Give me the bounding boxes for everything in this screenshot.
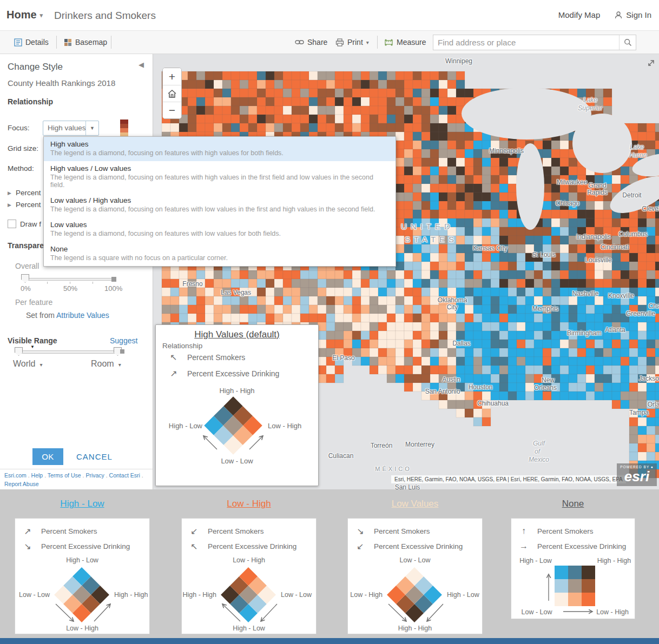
overall-transparency-slider[interactable] bbox=[24, 278, 115, 281]
dropdown-option-none[interactable]: None The legend is a square with no focu… bbox=[44, 242, 396, 266]
details-button[interactable]: Details bbox=[14, 31, 49, 54]
dropdown-option-high-low[interactable]: High values / Low values The legend is a… bbox=[44, 161, 396, 193]
ok-button[interactable]: OK bbox=[32, 448, 63, 465]
direction-up-left-icon: ↖ bbox=[169, 352, 179, 362]
collapse-panel-icon[interactable]: ◀ bbox=[139, 61, 144, 69]
card-title-none[interactable]: None bbox=[511, 499, 635, 509]
arcgis-map-viewer: Home▾ Drinkers and Smokers Modify Map Si… bbox=[0, 0, 659, 644]
home-extent-button[interactable] bbox=[163, 85, 181, 102]
dropdown-option-low-values[interactable]: Low values The legend is a diamond, focu… bbox=[44, 217, 396, 242]
field-item-1[interactable]: ▶Percent bbox=[8, 189, 41, 197]
share-button[interactable]: Share bbox=[295, 31, 327, 54]
legend-title: High Values (default) bbox=[156, 329, 318, 340]
home-icon bbox=[167, 89, 177, 98]
layer-name: County Health Rankings 2018 bbox=[8, 78, 115, 88]
footer-link[interactable]: Privacy bbox=[85, 472, 104, 479]
set-from-label: Set from bbox=[26, 311, 55, 320]
overall-slider-thumb[interactable] bbox=[21, 274, 29, 283]
change-style-panel: Change Style ◀ County Health Rankings 20… bbox=[0, 54, 153, 489]
corner-label-right: High - Low bbox=[447, 591, 483, 599]
legend-card-high-low: ↗Percent Smokers ↘Percent Excessive Drin… bbox=[15, 518, 150, 634]
legend-subtitle: Relationship bbox=[162, 342, 202, 350]
corner-label-bottom: High - Low bbox=[182, 625, 316, 632]
focus-select[interactable]: High values ▼ bbox=[43, 121, 99, 136]
overall-slider-end-handle[interactable] bbox=[111, 277, 116, 282]
toolbar-divider bbox=[56, 36, 57, 49]
toolbar: Details Basemap Share Print▾ Measure bbox=[0, 30, 659, 54]
card-title-low-values[interactable]: Low Values bbox=[347, 499, 483, 509]
draw-checkbox[interactable] bbox=[8, 220, 16, 228]
direction-down-left-icon: ↙ bbox=[189, 526, 199, 536]
corner-label-bottom: High - High bbox=[348, 625, 482, 632]
search-input[interactable] bbox=[433, 35, 628, 50]
range-max-select[interactable]: Room▾ bbox=[91, 359, 121, 369]
direction-right-icon: → bbox=[519, 541, 529, 551]
zoom-out-button[interactable]: − bbox=[163, 102, 181, 118]
field-name: Percent Smokers bbox=[187, 353, 245, 362]
transparency-heading: Transpare bbox=[8, 241, 43, 250]
dropdown-option-low-high[interactable]: Low values / High values The legend is a… bbox=[44, 193, 396, 217]
direction-up-right-icon: ↗ bbox=[23, 526, 32, 536]
home-menu[interactable]: Home▾ bbox=[6, 9, 43, 21]
corner-label-right: High - High bbox=[114, 591, 150, 599]
print-button[interactable]: Print▾ bbox=[335, 31, 369, 54]
bivariate-diamond bbox=[221, 567, 276, 622]
footer-link[interactable]: Help bbox=[31, 472, 43, 479]
sign-in-link[interactable]: Sign In bbox=[614, 10, 651, 19]
print-icon bbox=[335, 38, 344, 47]
overall-label: Overall bbox=[15, 262, 39, 270]
map-canvas[interactable]: WinnipegMinneapolisMilwaukeeGrandRapidsD… bbox=[153, 54, 659, 489]
home-label: Home bbox=[6, 9, 37, 21]
divider bbox=[0, 469, 153, 469]
footer-link[interactable]: Contact Esri bbox=[109, 472, 140, 479]
draw-label: Draw f bbox=[20, 220, 41, 228]
modify-map-link[interactable]: Modify Map bbox=[558, 10, 601, 19]
footer-link[interactable]: Esri.com bbox=[4, 472, 27, 479]
attribute-values-link[interactable]: Attribute Values bbox=[56, 311, 109, 320]
suggest-link[interactable]: Suggest bbox=[110, 336, 137, 345]
toolbar-divider bbox=[111, 36, 111, 49]
legend-card-low-high: ↙Percent Smokers ↖Percent Excessive Drin… bbox=[181, 518, 317, 634]
toolbar-divider bbox=[377, 36, 378, 49]
direction-up-left-icon: ↖ bbox=[189, 541, 199, 552]
basemap-button[interactable]: Basemap bbox=[64, 31, 107, 54]
expand-triangle-icon: ▶ bbox=[8, 190, 11, 196]
footer-links: Esri.com . Help . Terms of Use . Privacy… bbox=[4, 472, 147, 489]
chevron-down-icon: ▾ bbox=[40, 12, 43, 18]
person-icon bbox=[614, 11, 623, 19]
expand-icon[interactable] bbox=[647, 58, 656, 69]
visible-range-slider[interactable] bbox=[16, 350, 120, 354]
corner-label-bottom-right: Low - High bbox=[591, 608, 634, 616]
corner-label-left: High - High bbox=[182, 591, 216, 599]
footer-link[interactable]: Terms of Use bbox=[48, 472, 81, 479]
field-item-2[interactable]: ▶Percent bbox=[8, 201, 41, 209]
range-min-select[interactable]: World▾ bbox=[13, 359, 43, 369]
tick-label: 50% bbox=[63, 284, 77, 293]
chevron-down-icon: ▾ bbox=[118, 362, 121, 368]
esri-logo: POWERED BY ● esri bbox=[617, 463, 657, 486]
legend-comparison-section: High - Low Low - High Low Values None ↗P… bbox=[0, 489, 659, 638]
search-button[interactable] bbox=[619, 35, 636, 50]
bivariate-square bbox=[555, 566, 595, 606]
range-end-handle[interactable] bbox=[120, 349, 124, 354]
focus-label: Focus: bbox=[8, 124, 30, 132]
details-icon bbox=[14, 38, 22, 47]
cancel-button[interactable]: CANCEL bbox=[76, 452, 113, 461]
chevron-down-icon: ▼ bbox=[85, 121, 98, 135]
relationship-heading: Relationship bbox=[8, 97, 53, 106]
corner-label-top-right: High - High bbox=[592, 557, 636, 565]
slider-tick bbox=[70, 282, 70, 284]
dropdown-option-high-values[interactable]: High values The legend is a diamond, foc… bbox=[44, 137, 396, 161]
corner-label-right: Low - Low bbox=[281, 591, 317, 599]
range-thumb-min[interactable] bbox=[15, 347, 23, 356]
card-title-high-low[interactable]: High - Low bbox=[15, 499, 150, 509]
per-feature-label: Per feature bbox=[15, 298, 52, 307]
zoom-in-button[interactable]: + bbox=[163, 68, 181, 85]
footer-link[interactable]: Report Abuse bbox=[4, 481, 39, 487]
corner-label-top-left: High - Low bbox=[514, 557, 557, 565]
map-attribution: Esri, HERE, Garmin, FAO, NOAA, USGS, EPA… bbox=[391, 475, 626, 483]
corner-label-left: Low - Low bbox=[15, 591, 50, 599]
share-link-icon bbox=[295, 39, 304, 45]
card-title-low-high[interactable]: Low - High bbox=[181, 499, 317, 509]
measure-button[interactable]: Measure bbox=[384, 31, 426, 54]
